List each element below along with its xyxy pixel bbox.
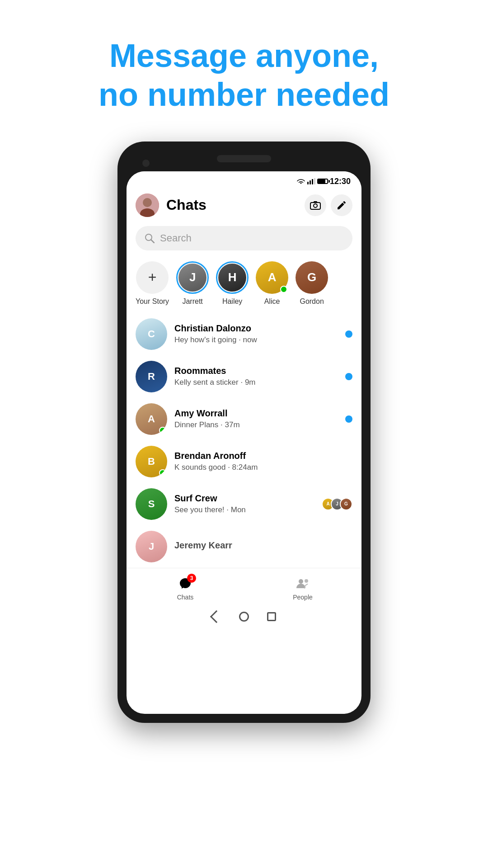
- story-hailey[interactable]: H Hailey: [216, 261, 249, 306]
- phone-frame: 12:30 Chats: [117, 142, 371, 723]
- svg-rect-1: [310, 180, 311, 184]
- story-avatar-gordon: G: [296, 261, 328, 294]
- user-avatar-img: [136, 193, 159, 217]
- chat-name-roommates: Roommates: [174, 366, 338, 376]
- unread-indicator-roommates: [345, 373, 352, 380]
- nav-chats-label: Chats: [177, 594, 194, 601]
- unread-indicator-amy: [345, 415, 352, 423]
- chat-info-christian: Christian Dalonzo Hey how's it going · n…: [174, 323, 338, 344]
- story-label-hailey: Hailey: [222, 297, 242, 306]
- chat-item-surf[interactable]: S Surf Crew See you there! · Mon A J G: [127, 483, 361, 525]
- app-header: Chats: [127, 188, 361, 222]
- chat-info-surf: Surf Crew See you there! · Mon: [174, 493, 314, 514]
- chat-avatar-roommates: R: [136, 361, 167, 392]
- user-avatar[interactable]: [136, 193, 159, 217]
- chat-preview-christian: Hey how's it going · now: [174, 335, 338, 344]
- signal-icon: [307, 178, 315, 184]
- hero-line2: no number needed: [99, 75, 389, 114]
- nav-people-icon: [295, 576, 311, 592]
- svg-line-10: [151, 240, 154, 243]
- recents-button[interactable]: [267, 612, 276, 621]
- chat-name-surf: Surf Crew: [174, 493, 314, 504]
- story-label-your-story: Your Story: [136, 297, 169, 306]
- chat-avatar-jeremy: J: [136, 531, 167, 562]
- hero-text: Message anyone, no number needed: [80, 0, 408, 142]
- chat-avatar-christian: C: [136, 318, 167, 350]
- svg-point-5: [143, 198, 152, 207]
- camera-button[interactable]: [305, 194, 326, 216]
- add-story-avatar: +: [136, 261, 169, 294]
- search-bar[interactable]: Search: [136, 226, 352, 250]
- chat-preview-amy: Dinner Plans · 37m: [174, 420, 338, 429]
- story-label-gordon: Gordon: [300, 297, 324, 306]
- unread-indicator-christian: [345, 330, 352, 338]
- chat-preview-surf: See you there! · Mon: [174, 505, 314, 514]
- search-icon: [145, 233, 155, 243]
- nav-people-label: People: [293, 594, 313, 601]
- chat-preview-brendan: K sounds good · 8:24am: [174, 463, 352, 472]
- chat-info-jeremy: Jeremy Kearr: [174, 540, 352, 552]
- svg-rect-2: [312, 179, 313, 184]
- status-icons: 12:30: [296, 177, 351, 186]
- online-indicator-amy: [159, 427, 166, 434]
- chat-name-amy: Amy Worrall: [174, 408, 338, 419]
- chat-item-brendan[interactable]: B Brendan Aronoff K sounds good · 8:24am: [127, 440, 361, 483]
- bottom-nav: 3 Chats People: [127, 568, 361, 606]
- story-label-alice: Alice: [264, 297, 280, 306]
- story-avatar-hailey: H: [218, 264, 246, 292]
- chat-badge: 3: [187, 574, 196, 583]
- svg-point-12: [305, 579, 308, 583]
- story-alice[interactable]: A Alice: [256, 261, 288, 306]
- chat-info-brendan: Brendan Aronoff K sounds good · 8:24am: [174, 451, 352, 472]
- group-avatars-surf: A J G: [322, 498, 352, 510]
- chat-avatar-brendan: B: [136, 446, 167, 477]
- chat-preview-roommates: Kelly sent a sticker · 9m: [174, 378, 338, 387]
- people-icon: [296, 576, 310, 591]
- phone-screen: 12:30 Chats: [127, 171, 361, 714]
- story-your-story[interactable]: + Your Story: [136, 261, 169, 306]
- story-gordon[interactable]: G Gordon: [296, 261, 328, 306]
- chat-name-christian: Christian Dalonzo: [174, 323, 338, 334]
- chat-list: C Christian Dalonzo Hey how's it going ·…: [127, 313, 361, 568]
- camera-icon: [310, 200, 321, 211]
- phone-notch: [217, 155, 271, 162]
- chat-avatar-amy: A: [136, 403, 167, 435]
- phone-camera: [142, 160, 150, 167]
- chat-item-christian[interactable]: C Christian Dalonzo Hey how's it going ·…: [127, 313, 361, 355]
- story-avatar-jarrett: J: [178, 264, 206, 292]
- svg-rect-0: [307, 182, 309, 184]
- status-bar: 12:30: [127, 171, 361, 188]
- svg-point-8: [314, 204, 317, 208]
- chat-avatar-surf: S: [136, 488, 167, 520]
- nav-people[interactable]: People: [244, 572, 361, 604]
- back-button[interactable]: [210, 610, 223, 623]
- story-label-jarrett: Jarrett: [182, 297, 202, 306]
- app-title: Chats: [166, 197, 300, 213]
- online-indicator-brendan: [159, 469, 166, 476]
- android-nav-bar: [127, 606, 361, 625]
- chat-info-roommates: Roommates Kelly sent a sticker · 9m: [174, 366, 338, 387]
- home-button[interactable]: [239, 612, 249, 622]
- online-indicator-alice: [280, 286, 287, 293]
- chat-item-roommates[interactable]: R Roommates Kelly sent a sticker · 9m: [127, 355, 361, 398]
- stories-row: + Your Story J Jarrett H: [127, 258, 361, 313]
- compose-button[interactable]: [331, 194, 352, 216]
- chat-item-amy[interactable]: A Amy Worrall Dinner Plans · 37m: [127, 398, 361, 440]
- story-jarrett[interactable]: J Jarrett: [176, 261, 209, 306]
- search-placeholder: Search: [160, 232, 192, 244]
- svg-rect-3: [314, 178, 315, 184]
- compose-icon: [336, 200, 347, 211]
- battery-icon: [317, 179, 328, 184]
- wifi-icon: [296, 178, 305, 184]
- nav-chats[interactable]: 3 Chats: [127, 572, 244, 604]
- chat-item-jeremy[interactable]: J Jeremy Kearr: [127, 525, 361, 568]
- nav-chats-icon: 3: [177, 576, 193, 592]
- clock: 12:30: [330, 177, 351, 186]
- chat-info-amy: Amy Worrall Dinner Plans · 37m: [174, 408, 338, 429]
- chat-name-brendan: Brendan Aronoff: [174, 451, 352, 461]
- hero-line1: Message anyone,: [99, 36, 389, 75]
- chat-name-jeremy: Jeremy Kearr: [174, 540, 352, 551]
- svg-point-11: [299, 579, 303, 584]
